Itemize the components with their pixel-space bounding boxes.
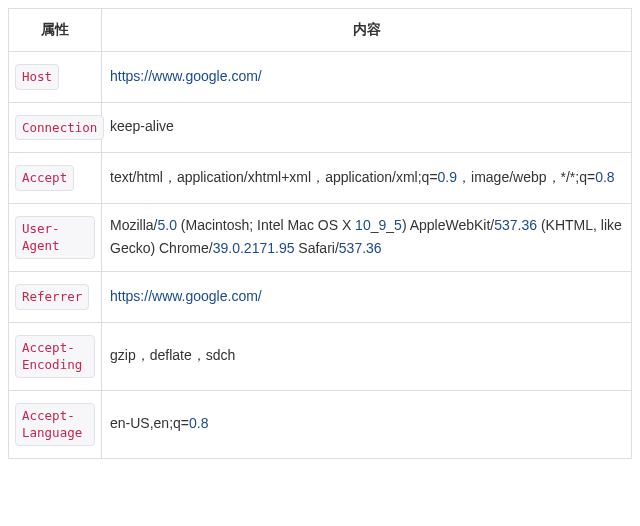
attribute-chip: Connection — [15, 115, 104, 141]
attribute-cell: Referrer — [9, 272, 102, 323]
attribute-chip: Host — [15, 64, 59, 90]
table-row: Connectionkeep-alive — [9, 102, 632, 153]
attribute-chip: Accept-Encoding — [15, 335, 95, 378]
attribute-cell: Accept-Language — [9, 390, 102, 458]
table-row: Accept-Encodinggzip，deflate，sdch — [9, 322, 632, 390]
header-content: 内容 — [102, 9, 632, 52]
attribute-cell: Host — [9, 52, 102, 103]
content-cell: Mozilla/5.0 (Macintosh; Intel Mac OS X 1… — [102, 203, 632, 272]
table-row: User-AgentMozilla/5.0 (Macintosh; Intel … — [9, 203, 632, 272]
content-cell: https://www.google.com/ — [102, 272, 632, 323]
http-headers-table: 属性 内容 Hosthttps://www.google.com/Connect… — [8, 8, 632, 459]
content-cell: en-US,en;q=0.8 — [102, 390, 632, 458]
content-cell: https://www.google.com/ — [102, 52, 632, 103]
attribute-chip: User-Agent — [15, 216, 95, 259]
attribute-cell: Accept — [9, 153, 102, 204]
header-attribute: 属性 — [9, 9, 102, 52]
attribute-cell: Connection — [9, 102, 102, 153]
table-row: Accepttext/html，application/xhtml+xml，ap… — [9, 153, 632, 204]
content-cell: text/html，application/xhtml+xml，applicat… — [102, 153, 632, 204]
attribute-chip: Accept — [15, 165, 74, 191]
attribute-chip: Accept-Language — [15, 403, 95, 446]
table-row: Hosthttps://www.google.com/ — [9, 52, 632, 103]
content-cell: gzip，deflate，sdch — [102, 322, 632, 390]
attribute-cell: Accept-Encoding — [9, 322, 102, 390]
attribute-chip: Referrer — [15, 284, 89, 310]
attribute-cell: User-Agent — [9, 203, 102, 272]
table-row: Referrerhttps://www.google.com/ — [9, 272, 632, 323]
table-row: Accept-Languageen-US,en;q=0.8 — [9, 390, 632, 458]
table-header-row: 属性 内容 — [9, 9, 632, 52]
content-cell: keep-alive — [102, 102, 632, 153]
